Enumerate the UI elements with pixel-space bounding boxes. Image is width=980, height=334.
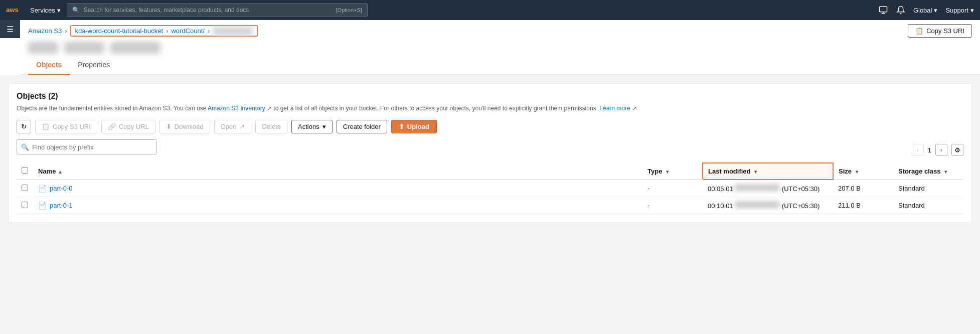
svg-text:aws: aws (6, 6, 19, 14)
region-chevron-icon: ▾ (934, 7, 937, 14)
table-row: 📄 part-0-1 - 00:10:01 (UTC+05:30) 211.0 … (17, 197, 963, 214)
copy-s3-uri-button[interactable]: 📋 Copy S3 URI (35, 120, 97, 133)
row-1-name-cell: 📄 part-0-1 (33, 197, 642, 214)
pagination-area: ‹ 1 › ⚙ (912, 144, 963, 156)
support-menu[interactable]: Support ▾ (945, 7, 974, 14)
row-0-checkbox[interactable] (22, 185, 28, 191)
prev-page-button[interactable]: ‹ (912, 144, 924, 156)
row-1-size-cell: 211.0 B (833, 197, 893, 214)
download-icon: ⬇ (166, 123, 172, 130)
table-row: 📄 part-0-0 - 00:05:01 (UTC+05:30) 207.0 … (17, 180, 963, 197)
search-prefix-icon: 🔍 (21, 143, 29, 151)
copy-url-icon: 🔗 (108, 123, 116, 130)
row-0-modified-cell: 00:05:01 (UTC+05:30) (703, 180, 833, 197)
aws-logo: aws (6, 5, 24, 16)
row-1-storage-cell: Standard (893, 197, 963, 214)
row-0-checkbox-cell[interactable] (17, 180, 33, 197)
search-bar[interactable]: 🔍 (17, 139, 157, 154)
terminal-icon[interactable] (878, 6, 888, 15)
tab-objects[interactable]: Objects (28, 56, 70, 75)
objects-description: Objects are the fundamental entities sto… (17, 104, 963, 113)
upload-icon: ⬆ (399, 123, 404, 130)
toolbar: ↻ 📋 Copy S3 URI 🔗 Copy URL ⬇ Download Op… (17, 120, 963, 133)
copy-icon: 📋 (915, 27, 923, 35)
notifications-icon[interactable] (896, 6, 905, 15)
breadcrumb-sep-2: › (166, 27, 168, 35)
svg-rect-1 (879, 7, 887, 12)
type-filter-icon: ▾ (666, 169, 669, 175)
copy-s3-uri-header-button[interactable]: 📋 Copy S3 URI (908, 24, 972, 38)
global-search[interactable]: 🔍 Search for services, features, marketp… (67, 3, 368, 17)
services-chevron-icon: ▾ (57, 7, 61, 14)
row-1-file-link[interactable]: 📄 part-0-1 (38, 202, 637, 210)
storage-filter-icon: ▾ (944, 169, 947, 175)
col-header-modified[interactable]: Last modified ▾ (703, 163, 833, 180)
objects-title: Objects (2) (17, 92, 963, 101)
col-header-storage[interactable]: Storage class ▾ (893, 163, 963, 180)
region-dropdown[interactable]: Global ▾ (913, 7, 938, 14)
open-button[interactable]: Open ↗ (214, 120, 252, 133)
copy-url-button[interactable]: 🔗 Copy URL (101, 120, 155, 133)
next-page-button[interactable]: › (935, 144, 947, 156)
delete-button[interactable]: Delete (255, 120, 287, 133)
main-content: Objects (2) Objects are the fundamental … (0, 75, 980, 231)
objects-card: Objects (2) Objects are the fundamental … (8, 83, 972, 223)
page-number: 1 (928, 146, 931, 154)
row-0-name-cell: 📄 part-0-0 (33, 180, 642, 197)
services-menu[interactable]: Services ▾ (30, 7, 61, 14)
row-0-storage-cell: Standard (893, 180, 963, 197)
breadcrumb: Amazon S3 › kda-word-count-tutorial-buck… (28, 25, 258, 37)
tabs-area: Objects Properties (20, 56, 980, 75)
subtitle-area (20, 38, 980, 56)
sidebar-toggle[interactable]: ☰ (0, 20, 20, 38)
upload-button[interactable]: ⬆ Upload (391, 120, 437, 133)
search-input[interactable] (32, 143, 152, 151)
breadcrumb-area: Amazon S3 › kda-word-count-tutorial-buck… (20, 20, 980, 38)
modified-filter-icon: ▾ (754, 169, 757, 175)
breadcrumb-bucket[interactable]: kda-word-count-tutorial-bucket (75, 27, 164, 35)
size-filter-icon: ▾ (856, 169, 858, 175)
top-navigation: aws Services ▾ 🔍 Search for services, fe… (0, 0, 980, 20)
breadcrumb-sep-3: › (208, 27, 210, 35)
search-icon: 🔍 (72, 7, 80, 14)
breadcrumb-folder[interactable]: wordCount/ (171, 27, 204, 35)
search-pagination-row: 🔍 ‹ 1 › ⚙ (17, 139, 963, 160)
breadcrumb-s3-home[interactable]: Amazon S3 (28, 27, 62, 35)
objects-table: Name ▲ Type ▾ Last modified ▾ Size ▾ (17, 162, 963, 214)
table-settings-button[interactable]: ⚙ (951, 144, 963, 156)
col-header-type[interactable]: Type ▾ (642, 163, 703, 180)
nav-right-controls: Global ▾ Support ▾ (878, 6, 974, 15)
row-1-modified-cell: 00:10:01 (UTC+05:30) (703, 197, 833, 214)
row-1-checkbox-cell[interactable] (17, 197, 33, 214)
create-folder-button[interactable]: Create folder (337, 120, 387, 133)
file-icon: 📄 (38, 185, 47, 193)
actions-button[interactable]: Actions ▾ (291, 120, 333, 133)
open-external-icon: ↗ (239, 123, 245, 130)
actions-chevron-icon: ▾ (322, 123, 326, 130)
col-header-name[interactable]: Name ▲ (33, 163, 642, 180)
table-header-row: Name ▲ Type ▾ Last modified ▾ Size ▾ (17, 163, 963, 180)
row-1-type-cell: - (642, 197, 703, 214)
copy-s3-uri-icon: 📋 (42, 123, 50, 130)
learn-more-external-icon: ↗ (632, 105, 637, 112)
row-0-type-cell: - (642, 180, 703, 197)
row-1-checkbox[interactable] (22, 202, 28, 208)
refresh-icon: ↻ (21, 123, 27, 130)
inventory-link[interactable]: Amazon S3 Inventory (208, 105, 265, 112)
refresh-button[interactable]: ↻ (17, 120, 31, 133)
download-button[interactable]: ⬇ Download (159, 120, 210, 133)
col-select-all[interactable] (17, 163, 33, 180)
col-header-size[interactable]: Size ▾ (833, 163, 893, 180)
name-sort-icon: ▲ (58, 169, 63, 175)
learn-more-link[interactable]: Learn more (599, 105, 630, 112)
select-all-checkbox[interactable] (22, 167, 28, 174)
row-0-file-link[interactable]: 📄 part-0-0 (38, 185, 637, 193)
breadcrumb-path-highlighted: kda-word-count-tutorial-bucket › wordCou… (70, 25, 258, 37)
tab-properties[interactable]: Properties (70, 56, 118, 75)
settings-icon: ⚙ (954, 146, 960, 154)
support-chevron-icon: ▾ (970, 7, 974, 14)
file-icon-1: 📄 (38, 202, 47, 210)
external-link-icon: ↗ (267, 105, 272, 112)
row-0-size-cell: 207.0 B (833, 180, 893, 197)
row-1-date-blurred (735, 201, 780, 208)
